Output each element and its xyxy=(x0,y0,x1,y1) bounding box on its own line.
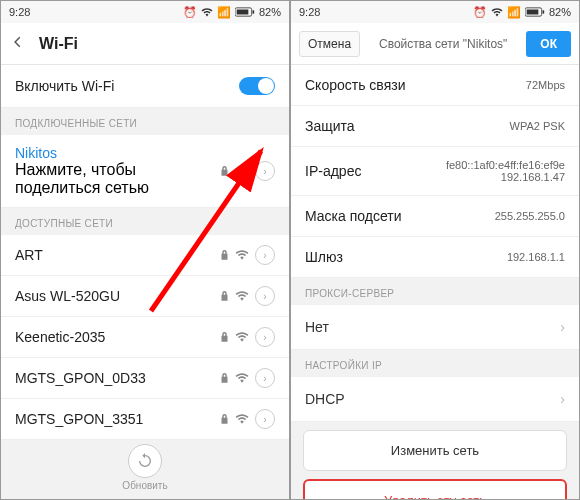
connected-network-name: Nikitos xyxy=(15,145,220,161)
network-name: MGTS_GPON_0D33 xyxy=(15,370,146,386)
lock-icon xyxy=(220,328,229,346)
refresh-label: Обновить xyxy=(1,480,289,491)
proxy-value: Нет xyxy=(305,319,329,335)
network-row[interactable]: ART › xyxy=(1,235,289,276)
svg-rect-5 xyxy=(527,10,539,15)
wifi-icon xyxy=(201,7,213,17)
lock-icon xyxy=(220,162,229,180)
network-details-button[interactable]: › xyxy=(255,409,275,429)
network-details-button[interactable]: › xyxy=(255,327,275,347)
ip-settings-value: DHCP xyxy=(305,391,345,407)
svg-rect-1 xyxy=(237,10,249,15)
row-speed: Скорость связи 72Mbps xyxy=(291,65,579,106)
alarm-icon: ⏰ xyxy=(473,6,487,19)
network-row[interactable]: Asus WL-520GU › xyxy=(1,276,289,317)
proxy-select[interactable]: Нет › xyxy=(291,305,579,350)
dialog-titlebar: Отмена Свойства сети "Nikitos" ОК xyxy=(291,23,579,65)
network-details-button[interactable]: › xyxy=(255,368,275,388)
status-icons: ⏰ 📶 82% xyxy=(183,6,281,19)
modify-network-button[interactable]: Изменить сеть xyxy=(303,430,567,471)
label: Шлюз xyxy=(305,249,343,265)
network-name: Keenetic-2035 xyxy=(15,329,105,345)
wifi-toggle-label: Включить Wi-Fi xyxy=(15,78,114,94)
battery-icon xyxy=(525,7,545,17)
wifi-signal-icon xyxy=(235,410,249,428)
status-icons: ⏰ 📶 82% xyxy=(473,6,571,19)
label: Скорость связи xyxy=(305,77,405,93)
cancel-button[interactable]: Отмена xyxy=(299,31,360,57)
status-bar: 9:28 ⏰ 📶 82% xyxy=(1,1,289,23)
chevron-right-icon: › xyxy=(560,391,565,407)
network-details-button[interactable]: › xyxy=(255,161,275,181)
value: 72Mbps xyxy=(526,79,565,91)
network-row[interactable]: MGTS_GPON_0D33 › xyxy=(1,358,289,399)
value: 255.255.255.0 xyxy=(495,210,565,222)
wifi-signal-icon xyxy=(235,162,249,180)
ip-settings-select[interactable]: DHCP › xyxy=(291,377,579,422)
row-mask: Маска подсети 255.255.255.0 xyxy=(291,196,579,237)
value: 192.168.1.1 xyxy=(507,251,565,263)
wifi-signal-icon xyxy=(235,246,249,264)
dialog-title: Свойства сети "Nikitos" xyxy=(379,37,507,51)
battery-icon xyxy=(235,7,255,17)
label: IP-адрес xyxy=(305,163,361,179)
network-row[interactable]: MGTS_GPON_3351 › xyxy=(1,399,289,440)
value: WPA2 PSK xyxy=(510,120,565,132)
network-row[interactable]: Keenetic-2035 › xyxy=(1,317,289,358)
section-ip-settings: НАСТРОЙКИ IP xyxy=(291,350,579,377)
wifi-signal-icon xyxy=(235,369,249,387)
lock-icon xyxy=(220,410,229,428)
svg-rect-6 xyxy=(542,10,544,13)
signal-icon: 📶 xyxy=(217,6,231,19)
wifi-signal-icon xyxy=(235,328,249,346)
connected-network-hint: Нажмите, чтобы поделиться сетью xyxy=(15,161,220,197)
screen-network-properties: 9:28 ⏰ 📶 82% Отмена Свойства сети "Nikit… xyxy=(290,0,580,500)
clock: 9:28 xyxy=(9,6,30,18)
titlebar: Wi-Fi xyxy=(1,23,289,65)
refresh-button[interactable] xyxy=(128,444,162,478)
alarm-icon: ⏰ xyxy=(183,6,197,19)
label: Маска подсети xyxy=(305,208,402,224)
network-name: MGTS_GPON_3351 xyxy=(15,411,143,427)
status-bar: 9:28 ⏰ 📶 82% xyxy=(291,1,579,23)
back-icon[interactable] xyxy=(11,35,25,53)
screen-wifi-list: 9:28 ⏰ 📶 82% Wi-Fi Включить Wi-Fi ПОДКЛЮ… xyxy=(0,0,290,500)
wifi-icon xyxy=(491,7,503,17)
section-available: ДОСТУПНЫЕ СЕТИ xyxy=(1,208,289,235)
forget-network-button[interactable]: Удалить эту сеть xyxy=(303,479,567,500)
wifi-signal-icon xyxy=(235,287,249,305)
battery-pct: 82% xyxy=(259,6,281,18)
value: fe80::1af0:e4ff:fe16:ef9e192.168.1.47 xyxy=(446,159,565,183)
label: Защита xyxy=(305,118,355,134)
clock: 9:28 xyxy=(299,6,320,18)
wifi-toggle-switch[interactable] xyxy=(239,77,275,95)
ok-button[interactable]: ОК xyxy=(526,31,571,57)
wifi-toggle-row[interactable]: Включить Wi-Fi xyxy=(1,65,289,108)
network-name: Asus WL-520GU xyxy=(15,288,120,304)
row-security: Защита WPA2 PSK xyxy=(291,106,579,147)
row-ip: IP-адрес fe80::1af0:e4ff:fe16:ef9e192.16… xyxy=(291,147,579,196)
lock-icon xyxy=(220,369,229,387)
section-proxy: ПРОКСИ-СЕРВЕР xyxy=(291,278,579,305)
page-title: Wi-Fi xyxy=(39,35,78,53)
signal-icon: 📶 xyxy=(507,6,521,19)
lock-icon xyxy=(220,287,229,305)
refresh-area: Обновить xyxy=(1,444,289,491)
section-connected: ПОДКЛЮЧЕННЫЕ СЕТИ xyxy=(1,108,289,135)
row-gateway: Шлюз 192.168.1.1 xyxy=(291,237,579,278)
network-details-button[interactable]: › xyxy=(255,286,275,306)
network-name: ART xyxy=(15,247,43,263)
connected-network-row[interactable]: Nikitos Нажмите, чтобы поделиться сетью … xyxy=(1,135,289,208)
lock-icon xyxy=(220,246,229,264)
network-details-button[interactable]: › xyxy=(255,245,275,265)
chevron-right-icon: › xyxy=(560,319,565,335)
svg-rect-2 xyxy=(252,10,254,13)
battery-pct: 82% xyxy=(549,6,571,18)
